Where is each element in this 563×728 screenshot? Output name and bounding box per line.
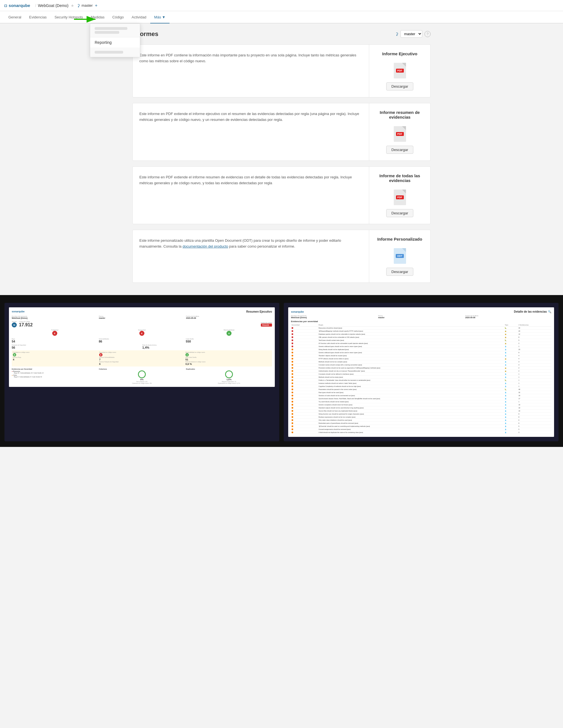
detail-meta: Nombre del proyecto WebGoat (Demo) Rama … [291,315,551,319]
nav-medidas[interactable]: Medidas [87,11,108,23]
type-icon: 💧 [504,419,518,422]
col-rule: Regla [318,324,504,327]
exec-logo: sonarqube [12,310,25,313]
severity-dot [292,413,293,415]
rule-text: Persistent entities should not be used a… [318,367,504,370]
severity-dot [292,355,293,356]
report-title-executive: Informe Ejecutivo [382,51,418,56]
count-value: 10 [518,403,551,406]
type-icon: 💧 [504,394,518,397]
download-button-executive[interactable]: Descargar [386,82,414,90]
count-value: 8 [518,336,551,339]
count-value: 1 [518,382,551,385]
severity-dot [292,385,293,387]
report-description-evidence-summary: Este informe en PDF extiende el informe … [133,103,369,161]
report-description-all-evidence: Este informe en PDF extiende el informe … [133,167,369,224]
branch-select[interactable]: master [401,30,422,38]
count-value: 1 [518,376,551,379]
type-icon: 💧 [504,416,518,419]
severity-dot [292,349,293,350]
rule-text: String literals should not be duplicated… [318,348,504,351]
count-value: 8 [518,416,551,419]
download-button-custom[interactable]: Descargar [386,268,414,276]
dropdown-reporting-item[interactable]: Reporting [90,37,140,47]
table-row: Authentication should not rely on insecu… [291,370,551,373]
detail-preview-card: sonarqube Detalle de las evidencias 🔍 No… [284,303,559,441]
severity-dot [292,370,293,372]
coverage-dup-row: Evidencias por Severidad ● Bloqueante Bu… [12,368,272,384]
count-value: 2 [518,370,551,373]
exec-project: Nombre del proyecto WebGoat (Demo) [12,315,98,319]
type-icon: 💧 [504,385,518,388]
pdf-icon-all-evidence: PDF [394,190,406,205]
table-row: Parameters should be passed in the corre… [291,388,551,391]
count-value: 6 [518,419,551,422]
custom-desc-link[interactable]: documentación del producto [183,244,228,248]
pdf-icon-executive: PDF [394,63,406,78]
top-bar: ◘ sonarqube / WebGoat (Demo) ★ ⚳ master … [0,0,563,11]
count-value: 2 [518,342,551,345]
count-value: 10 [518,406,551,409]
severity-dot [292,343,293,344]
nav-actividad[interactable]: Actividad [128,11,150,23]
maintainability-label: Mantenibilidad [186,329,272,331]
count-value: 6 [518,422,551,425]
detail-table: Severidad Regla Tipo # Evidencias Resour… [291,324,551,434]
rule-text: HTTP referers should not be relied on (j… [318,357,504,360]
nav-mas[interactable]: Más ▼ [150,11,169,23]
type-icon: 🐛 [504,327,518,330]
count-value: 32 [518,391,551,394]
type-icon: 💧 [504,363,518,367]
project-name[interactable]: WebGoat (Demo) [38,3,68,8]
severity-dot [292,373,293,375]
severity-dot [292,382,293,384]
severity-dot [292,330,293,332]
severity-dot [292,333,293,335]
count-value: 17 [518,397,551,400]
download-button-evidence-summary[interactable]: Descargar [386,146,414,154]
type-icon: 🔒 [504,342,518,345]
nav-evidencias[interactable]: Evidencias [25,11,51,23]
severity-dot [292,339,293,341]
nav-general[interactable]: General [4,11,25,23]
type-icon: 💧 [504,382,518,385]
type-icon: 💧 [504,345,518,348]
report-card-all-evidence: Este informe en PDF extiende el informe … [132,166,431,224]
type-icon: 🔒 [504,370,518,373]
download-button-all-evidence[interactable]: Descargar [386,209,414,217]
type-icon: 💧 [504,348,518,351]
rule-text: '@RequestMapping' methods should specify… [318,330,504,333]
odt-icon-custom: ODT [394,248,406,264]
count-value: 3 [518,363,551,367]
col-count: # Evidencias [518,324,551,327]
help-button[interactable]: ? [425,31,431,37]
sq-logo-icon: ◘ [4,3,7,8]
add-project-button[interactable]: + [95,3,97,8]
main-nav: General Evidencias Security Hotspots Med… [0,11,563,23]
severity-dot [292,376,293,378]
lines-value: 17.912 [19,322,33,327]
table-row: Boolean expressions should not be too co… [291,416,551,419]
odt-badge-custom: ODT [396,254,404,258]
table-row: Raw types should not be used (java)💧32 [291,391,551,394]
type-icon: 🔒 [504,357,518,360]
pdf-badge-all-evidence: PDF [396,195,404,199]
col-severity: Severidad [291,324,318,327]
chevron-down-icon: ▼ [162,15,166,19]
severity-dot [292,419,293,421]
table-row: Constants should not be defined in inter… [291,373,551,376]
dropdown-blurred-bottom [90,47,140,57]
type-icon: 💧 [504,428,518,431]
logo: ◘ sonarqube [4,3,30,8]
rule-text: TestCases should contain tests (java) [318,339,504,342]
nav-security-hotspots[interactable]: Security Hotspots [51,11,87,23]
severity-dot [292,327,293,329]
nav-codigo[interactable]: Código [108,11,128,23]
rule-text: Instance methods should not write to 'st… [318,382,504,385]
new-reliability-grade: B [13,353,16,356]
severity-dot [292,404,293,406]
count-value: 10 [518,409,551,413]
table-row: Try-catch blocks should not be nested (j… [291,400,551,403]
exec-size-row: Tamaño M Líneas de Código 17.912 Umbral … [12,321,272,327]
rule-text: XML parsers should not be vulnerable to … [318,336,504,339]
